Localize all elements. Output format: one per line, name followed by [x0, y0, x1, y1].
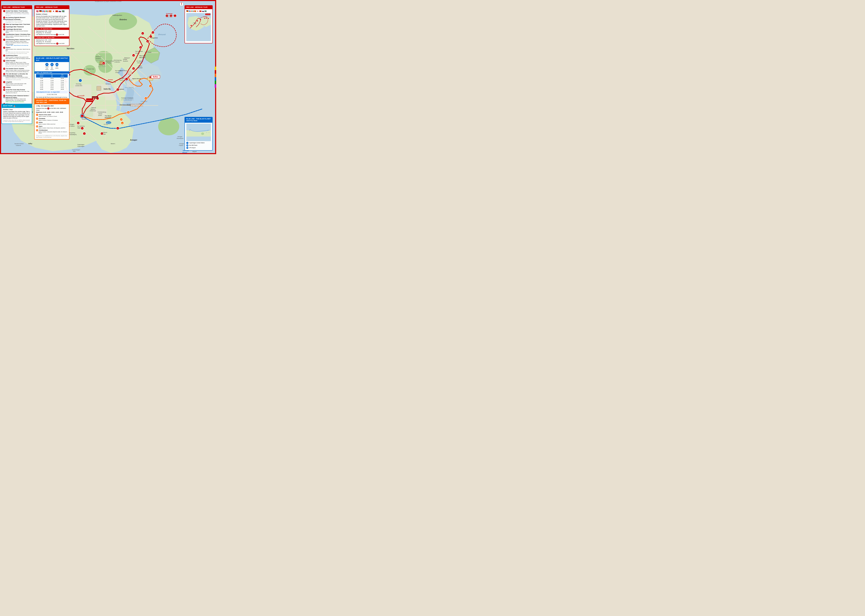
svg-text:DCCity: DCCity	[104, 124, 108, 125]
svg-text:Dronning: Dronning	[76, 83, 81, 85]
svg-text:Hard Rock: Hard Rock	[93, 97, 97, 98]
svg-text:31: 31	[122, 123, 123, 124]
svg-text:Opera House: Opera House	[132, 78, 141, 79]
blue-timetable: CentralStation DenBlå CPHAirport 9:4510:…	[36, 74, 68, 90]
svg-text:(in operation with: (in operation with	[203, 17, 208, 18]
svg-text:i: i	[80, 80, 80, 82]
svg-text:Copenhagen: Copenhagen	[77, 146, 84, 147]
season1-frequency: Frequency: 10 - 30 minutes	[36, 32, 68, 33]
svg-text:1: 1	[82, 116, 83, 117]
language-flags: 🇩🇰 🇩🇪 🇫🇷 🇮🇹 🇪🇸 🇯🇵 🇨🇳 🇷🇺 🇸🇪	[36, 10, 68, 13]
svg-text:Church: Church	[135, 52, 139, 54]
svg-text:Kalvebod: Kalvebod	[141, 101, 148, 102]
svg-text:Indre By: Indre By	[104, 88, 111, 90]
stop-7: 7 Christiansborg Palace / Holmens Church…	[3, 39, 30, 46]
stop-8: 8 Nyhavn Sights to explore: bars, restau…	[3, 47, 30, 54]
stop-14: 14 Indlakaj	[3, 86, 30, 88]
blue-minimap: 1 CPH Central Station Den Blå Planet CPH…	[186, 124, 211, 141]
svg-text:Danish: Danish	[99, 113, 102, 115]
timetable-row: 13:3013:5514:05	[36, 84, 68, 86]
svg-text:Langelinie: Langelinie	[193, 22, 197, 23]
svg-text:27: 27	[121, 119, 122, 120]
svg-text:Museum: Museum	[123, 60, 128, 62]
svg-text:(in operation with: (in operation with	[165, 15, 174, 16]
svg-text:Jewish: Jewish	[98, 115, 102, 116]
stop-6: 6 Christianshavn Square / Christiania Pl…	[3, 33, 30, 38]
orange-note: Orange line is an additional tour on the…	[36, 135, 68, 138]
svg-text:Øresund: Øresund	[158, 33, 166, 36]
svg-text:Oceankaj: Oceankaj	[166, 13, 173, 14]
svg-text:20: 20	[103, 63, 104, 64]
svg-text:Design: Design	[123, 58, 127, 60]
boat-duration: Duration: 1 hour	[3, 109, 30, 110]
svg-text:The Swedish: The Swedish	[135, 50, 143, 52]
svg-text:cruise ships): cruise ships)	[193, 24, 196, 25]
svg-text:King's Garden: King's Garden	[98, 66, 106, 67]
oceankaj-label: Oceankaj	[205, 14, 210, 15]
timetable-row: 14:4515:1015:20	[36, 86, 68, 88]
orange-departures: Departures 11:20 - 12:20 - 13:20 - 14:20…	[36, 112, 68, 113]
red-center-header: RED LINE – MERMAID TOUR	[35, 6, 69, 9]
svg-text:Fælled: Fælled	[179, 145, 183, 146]
stop-12: 12 The Little Mermaid / La Sirenetta / D…	[3, 73, 30, 81]
svg-text:9: 9	[126, 79, 127, 80]
orange-stop-27: 27 Church of Our savior Sights to explor…	[36, 114, 68, 117]
svg-text:Mall: Mall	[73, 151, 75, 152]
svg-text:Gardens: Gardens	[96, 58, 101, 60]
svg-text:CPH: CPH	[207, 130, 208, 130]
svg-text:The Little: The Little	[139, 55, 146, 57]
svg-text:Freetown Christiania: Freetown Christiania	[121, 97, 133, 99]
timetable-row: 16:0016:2516:35	[36, 88, 68, 90]
stop-15: 15 Ocean Pier Cruise Ship Terminal You c…	[3, 89, 30, 94]
svg-text:29: 29	[145, 98, 147, 99]
blue-center-header: BLUE LINE – DEN BLÅ PLANET SHUTTLE BUS	[35, 57, 69, 62]
svg-text:Gefion: Gefion	[138, 65, 142, 67]
col-planet: DenBlå	[47, 74, 57, 78]
svg-text:Oceankaj: Oceankaj	[204, 16, 207, 17]
blue-stops-row: 24 CentralTrainStation 25 DenBlåPlanet C…	[36, 63, 68, 70]
svg-text:Ficebar: Ficebar	[108, 79, 113, 80]
svg-text:St. Alban's: St. Alban's	[137, 60, 143, 62]
svg-text:of Denmark: of Denmark	[89, 110, 96, 112]
orange-season: 1. May - 30. September 2019	[36, 105, 68, 107]
strip-red	[215, 70, 216, 74]
timetable-row: 11:0011:2511:35	[36, 80, 68, 82]
strip-blue	[215, 77, 216, 81]
svg-text:4: 4	[84, 133, 85, 134]
svg-text:2: 2	[78, 123, 78, 124]
svg-text:Amager: Amager	[130, 139, 137, 141]
col-airport: CPHAirport	[57, 74, 68, 78]
svg-text:The Black: The Black	[105, 115, 111, 117]
stop-20: 20 Rosenborg Castle / Botanical Gardens …	[3, 95, 30, 102]
svg-text:The Citadel: The Citadel	[144, 52, 151, 53]
svg-point-12	[158, 118, 179, 135]
svg-text:15: 15	[152, 32, 154, 33]
boat-header: BOAT TOUR ⛵	[2, 104, 32, 108]
orange-departure: Departure from stop 1 on the RED LINE / …	[36, 107, 68, 111]
svg-text:Cisterne: Cisterne	[16, 145, 21, 146]
svg-text:N: N	[181, 2, 182, 3]
svg-text:Church: Church	[115, 72, 119, 73]
strip-orange	[215, 74, 216, 77]
svg-text:11: 11	[133, 55, 134, 56]
svg-text:Mermaid: Mermaid	[139, 57, 145, 58]
svg-text:12: 12	[191, 25, 192, 26]
svg-text:(in operation with: (in operation with	[192, 23, 197, 24]
svg-text:Gardens: Gardens	[82, 118, 87, 120]
svg-text:Amager: Amager	[179, 143, 184, 145]
color-strips	[215, 67, 216, 88]
blue-br-stop-1: 1 Copenhagen Central Station	[186, 142, 211, 144]
svg-rect-25	[97, 86, 101, 91]
svg-text:cruise ships): cruise ships)	[166, 16, 172, 18]
svg-text:Collection: Collection	[114, 61, 120, 63]
svg-text:30: 30	[150, 86, 151, 87]
orange-stop-28: 28 Christiania Sights to explore: Freeto…	[36, 118, 68, 121]
strip-yellow	[215, 67, 216, 70]
svg-text:Airport: Airport	[192, 151, 197, 152]
svg-text:Ny Carlsberg: Ny Carlsberg	[77, 126, 85, 127]
red-line-topright-panel: RED LINE - MERMAID TOUR 🇩🇪 🇫🇷 🇮🇹 🇪🇸 🇯🇵 🇨…	[185, 5, 213, 43]
svg-text:12: 12	[140, 47, 141, 48]
stop-13: 13 Langelinie Sights to explore: cruise …	[3, 81, 30, 86]
svg-text:6: 6	[118, 128, 118, 129]
svg-text:Hirschsprung: Hirschsprung	[114, 60, 121, 61]
